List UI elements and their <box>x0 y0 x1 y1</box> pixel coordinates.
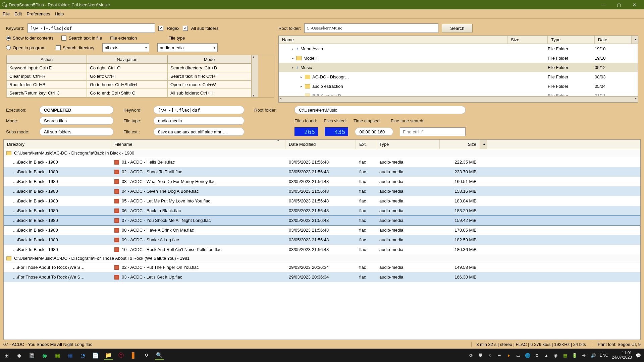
tray-icon[interactable]: ⎋ <box>487 352 493 358</box>
tray-icon[interactable]: ▦ <box>562 352 568 358</box>
allsub-checkbox[interactable] <box>183 26 188 31</box>
results-row[interactable]: ...\Back In Black - 198007 - ACDC - You … <box>4 216 640 225</box>
taskbar-explorer-icon[interactable]: 📁 <box>104 351 113 360</box>
taskbar-app-icon[interactable]: ◔ <box>78 351 87 360</box>
regex-checkbox[interactable] <box>158 26 163 31</box>
tray-notifications-icon[interactable]: 💬 <box>635 352 641 358</box>
status-keyword-label: Keyword: <box>123 108 154 113</box>
tray-language[interactable]: ENG <box>600 353 608 358</box>
expand-icon[interactable]: ▸ <box>300 84 303 88</box>
shortcuts-header-action[interactable]: Action <box>6 55 87 64</box>
taskbar-app-icon[interactable]: ◆ <box>15 351 23 360</box>
shortcuts-scrollbar[interactable] <box>251 55 258 97</box>
results-row[interactable]: ...\Back In Black - 198002 - ACDC - Shoo… <box>4 167 640 177</box>
results-header-ext[interactable]: Ext. <box>356 140 376 149</box>
tray-icon[interactable]: ♦ <box>506 352 512 358</box>
menu-help[interactable]: Help <box>55 11 64 16</box>
results-dir: ...\Back In Black - 1980 <box>4 198 111 203</box>
tree-row[interactable]: ▾♪MusicFile Folder05/12 <box>279 63 638 72</box>
tray-battery-icon[interactable]: 🔋 <box>572 352 578 358</box>
shortcuts-header-nav[interactable]: Navigation <box>87 55 167 64</box>
tray-volume-icon[interactable]: 🔊 <box>590 352 596 358</box>
tray-icon[interactable]: ≣ <box>496 352 502 358</box>
search-text-checkbox[interactable] <box>61 36 66 41</box>
menu-preferences[interactable]: Preferences <box>26 11 50 16</box>
tree-scroll-right[interactable]: ▸ <box>635 97 637 102</box>
tree-row[interactable]: ▸AC-DC - Discogr…File Folder08/03 <box>279 72 638 81</box>
taskbar-deepsearch-icon[interactable]: 🔍 <box>155 351 164 360</box>
search-dir-checkbox[interactable] <box>56 45 61 50</box>
results-row[interactable]: ...\Back In Black - 198004 - ACDC - Give… <box>4 186 640 196</box>
results-row[interactable]: ...\Back In Black - 198010 - ACDC - Rock… <box>4 245 640 254</box>
tray-icon[interactable]: ▭ <box>515 352 521 358</box>
fine-tune-input[interactable] <box>400 127 466 136</box>
results-header-filename[interactable]: Filename <box>111 140 285 149</box>
taskbar-app-icon[interactable]: ◉ <box>40 351 49 360</box>
results-dir: ...\Back In Black - 1980 <box>4 218 111 223</box>
keyword-label: Keyword: <box>6 26 24 31</box>
tray-clock[interactable]: 11:01 24/07/2023 <box>612 351 632 360</box>
search-button[interactable]: Search <box>442 24 473 33</box>
taskbar-app-icon[interactable]: ▦ <box>53 351 62 360</box>
expand-icon[interactable]: ▾ <box>291 66 294 69</box>
maximize-button[interactable]: ▢ <box>611 0 627 9</box>
results-row[interactable]: ...\Back In Black - 198005 - ACDC - Let … <box>4 196 640 206</box>
results-group[interactable]: C:\Users\kerr\Music\AC-DC - Discografia\… <box>4 254 640 262</box>
show-folder-radio[interactable] <box>6 36 11 41</box>
tray-icon[interactable]: ⚙ <box>534 352 540 358</box>
shortcuts-header-mode[interactable]: Mode <box>167 55 251 64</box>
tree-row[interactable]: B B King His DFile Folder01/11 <box>279 91 638 96</box>
results-row[interactable]: ...\Back In Black - 198001 - ACDC - Hell… <box>4 157 640 167</box>
results-row[interactable]: ...\Back In Black - 198006 - ACDC - Back… <box>4 206 640 216</box>
taskbar-app-icon[interactable]: ▋ <box>129 351 138 360</box>
taskbar-app-icon[interactable]: ⭘ <box>142 351 151 360</box>
close-button[interactable]: ✕ <box>627 0 642 9</box>
keyword-input[interactable] <box>28 23 155 33</box>
tray-network-icon[interactable]: ⚹ <box>581 352 587 358</box>
tree-scroll-left[interactable]: ◂ <box>280 97 281 102</box>
results-header-directory[interactable]: Directory <box>4 140 111 149</box>
tree-scroll-up[interactable]: ▴ <box>632 36 639 44</box>
menu-file[interactable]: File <box>3 11 10 16</box>
results-row[interactable]: ...\For Those About To Rock (We S…03 - A… <box>4 272 640 282</box>
results-row[interactable]: ...\Back In Black - 198009 - ACDC - Shak… <box>4 235 640 245</box>
results-row[interactable]: ...\Back In Black - 198008 - ACDC - Have… <box>4 225 640 235</box>
tree-header-name[interactable]: Name <box>279 36 507 44</box>
tree-row[interactable]: ▸ModelliFile Folder19/10 <box>279 53 638 63</box>
tray-icon[interactable]: 🌐 <box>525 352 531 358</box>
results-date: 03/05/2023 21:56:48 <box>285 169 356 174</box>
results-group[interactable]: C:\Users\kerr\Music\AC-DC - Discografia\… <box>4 149 640 157</box>
shortcut-cell: Search/Return key: Ctrl+J <box>6 89 87 97</box>
type-combo[interactable]: audio-media ▾ <box>157 43 218 52</box>
tree-header-type[interactable]: Type <box>548 36 595 44</box>
taskbar-app-icon[interactable]: 📓 <box>28 351 36 360</box>
root-folder-input[interactable] <box>304 23 438 33</box>
results-row[interactable]: ...\Back In Black - 198003 - ACDC - What… <box>4 177 640 186</box>
tree-header-date[interactable]: Date <box>595 36 632 44</box>
tray-icon[interactable]: ◉ <box>553 352 559 358</box>
folder-icon <box>6 151 11 155</box>
minimize-button[interactable]: — <box>596 0 611 9</box>
tray-icon[interactable]: ▲ <box>543 352 549 358</box>
tree-item-name: Modelli <box>304 56 317 61</box>
expand-icon[interactable]: ▸ <box>291 56 294 60</box>
open-program-radio[interactable] <box>6 45 11 50</box>
tree-row[interactable]: ▸audio estractionFile Folder05/04 <box>279 81 638 91</box>
start-button[interactable]: ⊞ <box>2 351 11 360</box>
taskbar-app-icon[interactable]: ▦ <box>66 351 74 360</box>
tray-icon[interactable]: ⟳ <box>468 352 474 358</box>
tray-icon[interactable]: ⛊ <box>478 352 484 358</box>
results-header-size[interactable]: Size <box>440 140 480 149</box>
ext-combo[interactable]: all exts ▾ <box>102 43 149 52</box>
expand-icon[interactable]: ▸ <box>300 75 303 79</box>
tree-row[interactable]: ▸♪Menu AvvioFile Folder19/10 <box>279 44 638 53</box>
results-header-date[interactable]: Date Modified <box>285 140 356 149</box>
results-header-type[interactable]: Type <box>376 140 440 149</box>
menu-edit[interactable]: Edit <box>14 11 22 16</box>
expand-icon[interactable]: ▸ <box>291 47 294 51</box>
taskbar-app-icon[interactable]: 📄 <box>91 351 100 360</box>
taskbar-app-icon[interactable]: Ⓨ <box>117 351 125 360</box>
tree-header-size[interactable]: Size <box>507 36 548 44</box>
results-scroll-up[interactable]: ▴ <box>480 140 487 149</box>
results-row[interactable]: ...\For Those About To Rock (We S…02 - A… <box>4 262 640 272</box>
